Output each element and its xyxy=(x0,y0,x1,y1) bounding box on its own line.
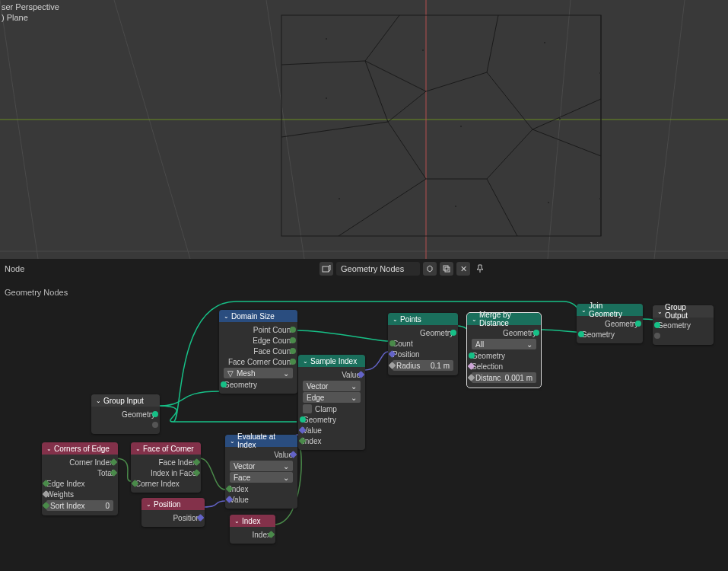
svg-rect-38 xyxy=(323,266,329,272)
node-title: ⌄Position xyxy=(141,498,205,510)
svg-line-23 xyxy=(426,72,487,91)
svg-line-13 xyxy=(339,179,426,236)
chevron-down-icon: ⌄ xyxy=(303,358,308,365)
clamp-checkbox[interactable] xyxy=(303,404,312,413)
node-group-output[interactable]: ⌄Group Output Geometry xyxy=(653,305,714,345)
svg-rect-27 xyxy=(326,38,327,40)
socket-geometry-in: Geometry xyxy=(657,321,691,330)
svg-line-3 xyxy=(548,0,571,259)
component-dropdown[interactable]: ▽Mesh⌄ xyxy=(224,368,293,378)
svg-line-16 xyxy=(487,129,532,179)
domain-dropdown[interactable]: Edge⌄ xyxy=(303,392,361,403)
socket-geometry-in: Geometry xyxy=(581,330,615,339)
socket-geometry-in: Geometry xyxy=(224,381,257,389)
svg-line-11 xyxy=(281,122,388,137)
viewport-3d[interactable]: ser Perspective ) Plane xyxy=(0,0,728,259)
node-index[interactable]: ⌄Index Index xyxy=(230,515,275,544)
chevron-down-icon: ⌄ xyxy=(472,316,477,323)
svg-rect-34 xyxy=(455,206,456,207)
chevron-down-icon: ⌄ xyxy=(581,307,587,314)
nodetree-path-label: Geometry Nodes xyxy=(5,288,68,297)
node-face-of-corner[interactable]: ⌄Face of Corner Face Index Index in Face… xyxy=(131,442,201,493)
fake-user-button[interactable] xyxy=(423,262,437,276)
node-editor-header: Node ✕ xyxy=(0,259,728,279)
node-title: ⌄Face of Corner xyxy=(131,442,201,455)
browse-nodetree-icon[interactable] xyxy=(319,262,333,276)
socket-corner-index-in: Corner Index xyxy=(135,480,180,488)
svg-line-15 xyxy=(487,179,517,236)
node-domain-size[interactable]: ⌄Domain Size Point Count Edge Count Face… xyxy=(219,310,297,394)
node-title: ⌄Corners of Edge xyxy=(42,442,118,455)
svg-line-12 xyxy=(388,122,426,179)
socket-geometry-out: Geometry xyxy=(605,320,638,328)
node-title: ⌄Domain Size xyxy=(219,310,297,322)
svg-rect-35 xyxy=(548,202,549,203)
geometry-node-editor[interactable]: Geometry Nodes ⌄Group Input Geometr xyxy=(0,279,728,571)
node-position[interactable]: ⌄Position Position xyxy=(141,498,205,527)
socket-count-in: Count xyxy=(393,340,413,348)
svg-line-4 xyxy=(654,0,685,259)
socket-face-count: Face Count xyxy=(253,347,293,356)
node-title: ⌄Evaluate at Index xyxy=(225,435,297,447)
node-title: ⌄Sample Index xyxy=(298,355,365,367)
node-title: ⌄Group Output xyxy=(653,305,714,317)
unlink-nodetree-button[interactable]: ✕ xyxy=(456,262,470,276)
duplicate-nodetree-button[interactable] xyxy=(440,262,453,276)
socket-index-in-face-out: Index in Face xyxy=(151,469,196,477)
sort-index-field[interactable]: Sort Index0 xyxy=(46,500,113,511)
svg-line-22 xyxy=(487,15,498,72)
svg-line-17 xyxy=(532,129,601,156)
socket-point-count: Point Count xyxy=(253,326,293,334)
svg-rect-31 xyxy=(460,126,462,127)
svg-line-0 xyxy=(0,0,38,259)
svg-rect-36 xyxy=(599,198,601,199)
node-merge-by-distance[interactable]: ⌄Merge by Distance Geometry All⌄ Geometr… xyxy=(467,313,541,388)
node-title: ⌄Join Geometry xyxy=(577,304,643,316)
type-dropdown[interactable]: Vector⌄ xyxy=(303,381,361,391)
svg-rect-37 xyxy=(599,72,601,74)
svg-rect-7 xyxy=(281,15,601,236)
node-group-input[interactable]: ⌄Group Input Geometry xyxy=(91,394,160,434)
chevron-down-icon: ⌄ xyxy=(230,438,235,445)
clamp-label: Clamp xyxy=(315,405,337,413)
chevron-down-icon: ⌄ xyxy=(146,501,151,508)
node-title: ⌄Index xyxy=(230,515,275,527)
svg-rect-33 xyxy=(339,198,340,199)
svg-line-1 xyxy=(114,0,190,259)
socket-geometry-in: Geometry xyxy=(472,352,505,360)
svg-rect-28 xyxy=(326,97,327,99)
pin-button[interactable] xyxy=(473,262,487,276)
svg-line-10 xyxy=(365,61,388,122)
socket-geometry-out: Geometry xyxy=(420,329,453,337)
nodetree-name-input[interactable] xyxy=(336,262,420,276)
socket-face-corner-count: Face Corner Count xyxy=(228,358,293,366)
viewport-overlay-text: ser Perspective ) Plane xyxy=(2,2,59,23)
node-evaluate-at-index[interactable]: ⌄Evaluate at Index Value Vector⌄ Face⌄ I… xyxy=(225,435,297,509)
socket-geometry-out: Geometry xyxy=(503,329,536,337)
node-sample-index[interactable]: ⌄Sample Index Value Vector⌄ Edge⌄ Clamp … xyxy=(298,355,365,450)
socket-geometry-in: Geometry xyxy=(303,416,336,424)
domain-dropdown[interactable]: Face⌄ xyxy=(230,472,293,483)
node-join-geometry[interactable]: ⌄Join Geometry Geometry Geometry xyxy=(577,304,643,343)
socket-selection-in: Selection xyxy=(472,362,503,371)
socket-edge-count: Edge Count xyxy=(253,337,293,345)
radius-field[interactable]: Radius0.1 m xyxy=(393,360,453,371)
active-object-label: ) Plane xyxy=(2,12,59,23)
distance-field[interactable]: Distanc0.001 m xyxy=(472,372,536,383)
node-title: ⌄Group Input xyxy=(91,394,160,407)
svg-rect-30 xyxy=(544,42,545,43)
chevron-down-icon: ⌄ xyxy=(135,445,141,452)
socket-geometry-out: Geometry xyxy=(122,410,155,419)
mode-dropdown[interactable]: All⌄ xyxy=(472,339,536,349)
socket-edge-index-in: Edge Index xyxy=(46,480,85,488)
chevron-down-icon: ⌄ xyxy=(46,445,52,452)
node-title: ⌄Points xyxy=(388,313,458,325)
socket-position-in: Position xyxy=(393,350,420,359)
svg-line-9 xyxy=(365,15,399,61)
svg-rect-29 xyxy=(422,49,424,51)
type-dropdown[interactable]: Vector⌄ xyxy=(230,461,293,471)
node-corners-of-edge[interactable]: ⌄Corners of Edge Corner Index Total Edge… xyxy=(42,442,118,515)
svg-line-21 xyxy=(487,72,532,129)
svg-line-25 xyxy=(365,61,426,91)
node-points[interactable]: ⌄Points Geometry Count Position Radius0.… xyxy=(388,313,458,375)
